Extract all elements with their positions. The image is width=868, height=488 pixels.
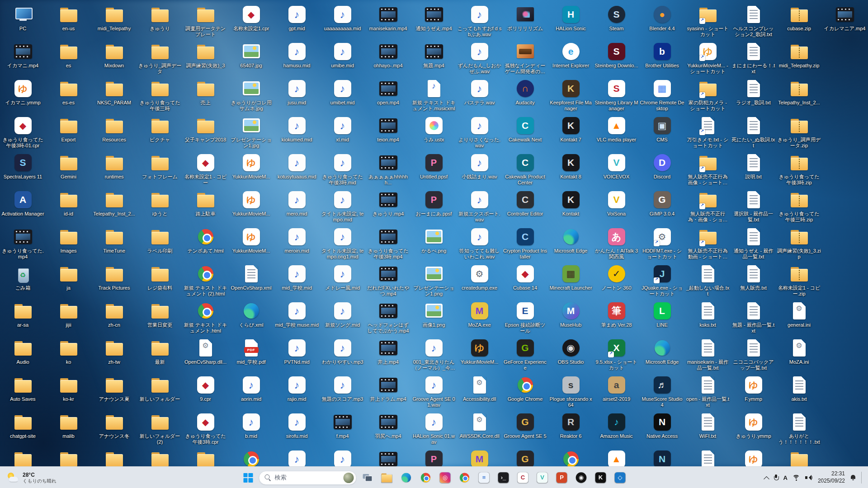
- desktop-icon[interactable]: aairset2-2019: [594, 374, 639, 411]
- desktop-icon[interactable]: syasinn - ショートカット: [685, 4, 731, 41]
- desktop-icon[interactable]: あぁぁぁぁhhhhhh...: [365, 152, 411, 189]
- desktop-icon[interactable]: 売上: [183, 78, 228, 115]
- desktop-icon[interactable]: bBrother Utilities: [639, 41, 685, 78]
- desktop-icon[interactable]: YukkuriMovieM...: [228, 189, 274, 226]
- desktop-icon[interactable]: ar-sa: [0, 300, 46, 337]
- desktop-icon[interactable]: Accessibility.dll: [457, 374, 502, 411]
- desktop-icon[interactable]: aorin.mid: [228, 374, 274, 411]
- desktop-icon[interactable]: kotusytuaaus.mid: [274, 152, 320, 189]
- desktop-icon[interactable]: おーまにあ.ppsf: [411, 189, 457, 226]
- desktop-icon[interactable]: ポリリリリズム: [502, 4, 548, 41]
- taskbar-cubase-button[interactable]: C: [514, 469, 532, 487]
- desktop-icon[interactable]: en-us: [46, 4, 91, 41]
- desktop-icon[interactable]: 新しいフォルダー: [137, 374, 183, 411]
- desktop-icon[interactable]: かるべ.png: [411, 226, 457, 263]
- desktop-icon[interactable]: eInternet Explorer: [548, 41, 594, 78]
- desktop-icon[interactable]: mid_学校.pdf: [228, 337, 274, 374]
- taskbar-google-chrome-button[interactable]: [417, 469, 435, 487]
- desktop-icon[interactable]: HDDFMT.exe - ショートカット: [639, 226, 685, 263]
- desktop-icon[interactable]: ラジオ_歌詞.txt: [731, 78, 776, 115]
- desktop-icon[interactable]: zh-cn: [91, 300, 137, 337]
- desktop-icon[interactable]: 死にたい_ぬ歌詞.txt: [731, 115, 776, 152]
- tray-overflow-chevron-icon[interactable]: [764, 476, 769, 482]
- notifications-icon[interactable]: [850, 474, 856, 481]
- desktop-icon[interactable]: open.mp4: [365, 78, 411, 115]
- taskbar-file-explorer-button[interactable]: [378, 469, 396, 487]
- desktop-icon[interactable]: 答知ってても難しいわこれ.wav: [457, 226, 502, 263]
- desktop-icon[interactable]: HHALion Sonic: [548, 4, 594, 41]
- desktop-icon[interactable]: イカマニ.ymmp: [0, 78, 46, 115]
- desktop-icon[interactable]: タイトル未設定, tempo.mid: [320, 189, 365, 226]
- desktop-icon[interactable]: [776, 448, 822, 466]
- show-desktop-button[interactable]: [861, 472, 863, 483]
- desktop-icon[interactable]: id-id: [46, 189, 91, 226]
- desktop-icon[interactable]: 無人販売.txt: [731, 263, 776, 300]
- desktop-icon[interactable]: KKontakt 7: [548, 115, 594, 152]
- desktop-icon[interactable]: SSteinberg Downlo...: [594, 41, 639, 78]
- desktop-icon[interactable]: VVoiSona: [594, 189, 639, 226]
- desktop-icon[interactable]: f.mp4: [320, 411, 365, 448]
- taskbar-task-view-button[interactable]: [359, 469, 377, 487]
- desktop-icon[interactable]: X9.5.xlsx - ショートカット: [594, 337, 639, 374]
- desktop-icon[interactable]: umibet.mid: [320, 78, 365, 115]
- desktop-icon[interactable]: midi_Telepathy: [91, 4, 137, 41]
- desktop-icon[interactable]: うみ.ustx: [411, 115, 457, 152]
- desktop-icon[interactable]: SSteinberg Library Manager: [594, 78, 639, 115]
- taskbar-microsoft-edge-button[interactable]: [397, 469, 415, 487]
- desktop-icon[interactable]: HALion Sonic 01.wav: [411, 411, 457, 448]
- desktop-icon[interactable]: kiokumed.mid: [274, 115, 320, 152]
- desktop-icon[interactable]: テンポあて.html: [183, 226, 228, 263]
- desktop-icon[interactable]: uaaaaaaaaa.mid: [320, 4, 365, 41]
- desktop-icon[interactable]: 新しいフォルダー (2): [137, 411, 183, 448]
- desktop-icon[interactable]: [183, 448, 228, 466]
- search-box[interactable]: 検索: [259, 471, 357, 485]
- desktop-icon[interactable]: _起動しない場合.txt: [685, 263, 731, 300]
- taskbar-chrome-profile-2-button[interactable]: [456, 469, 474, 487]
- desktop-icon[interactable]: きゅうり.mp4: [365, 189, 411, 226]
- clock[interactable]: 22:31 2025/09/22: [818, 470, 845, 484]
- desktop-icon[interactable]: akis.txt: [776, 374, 822, 411]
- desktop-icon[interactable]: PC: [0, 4, 46, 41]
- desktop-icon[interactable]: OpenCvSharp.xml: [228, 263, 274, 300]
- desktop-icon[interactable]: mero.mid: [274, 189, 320, 226]
- desktop-icon[interactable]: プレゼンテーション1.png: [411, 263, 457, 300]
- desktop-icon[interactable]: ko: [46, 337, 91, 374]
- desktop-icon[interactable]: umibe.mid: [320, 41, 365, 78]
- desktop-icon[interactable]: きゅうり_調声用データ.zip: [776, 115, 822, 152]
- desktop-icon[interactable]: 通知うぜえ.mp4: [411, 4, 457, 41]
- desktop-icon[interactable]: 新規 テキスト ドキュメント.musicxml: [411, 78, 457, 115]
- desktop-icon[interactable]: ありがとう！！！！！！.txt: [776, 411, 822, 448]
- desktop-icon[interactable]: 小銭詰まり.wav: [457, 152, 502, 189]
- desktop-icon[interactable]: [320, 448, 365, 466]
- desktop-icon[interactable]: パステラ.wav: [457, 78, 502, 115]
- desktop-icon[interactable]: Gemini: [46, 152, 91, 189]
- desktop-icon[interactable]: CCakewalk Next: [502, 115, 548, 152]
- volume-icon[interactable]: [805, 474, 813, 481]
- taskbar-voicevox-button[interactable]: V: [533, 469, 552, 487]
- desktop-icon[interactable]: [91, 448, 137, 466]
- desktop-icon[interactable]: [731, 448, 776, 466]
- desktop-icon[interactable]: 通知うぜえ - 親作品一覧.txt: [731, 226, 776, 263]
- desktop-icon[interactable]: 路上駐車: [183, 189, 228, 226]
- desktop-icon[interactable]: きゅうり食ってた午後3時.mp4: [365, 226, 411, 263]
- desktop-icon[interactable]: ksks.txt: [685, 300, 731, 337]
- desktop-icon[interactable]: レジ袋有料: [137, 263, 183, 300]
- desktop-icon[interactable]: OpenCvSharp.dll...: [183, 337, 228, 374]
- desktop-icon[interactable]: manisekarin.mp4: [365, 4, 411, 41]
- desktop-icon[interactable]: Mixdown: [91, 41, 137, 78]
- desktop-icon[interactable]: 最新: [137, 337, 183, 374]
- desktop-icon[interactable]: teion.mp4: [365, 115, 411, 152]
- desktop-icon[interactable]: Resources: [91, 115, 137, 152]
- wifi-icon[interactable]: [793, 475, 800, 481]
- desktop-icon[interactable]: N: [639, 448, 685, 466]
- desktop-icon[interactable]: 井上.mp4: [365, 337, 411, 374]
- desktop-icon[interactable]: Export: [46, 115, 91, 152]
- desktop-icon[interactable]: general.ini: [776, 300, 822, 337]
- desktop-icon[interactable]: 無人販売不正行為動画 - ショートカット: [685, 226, 731, 263]
- desktop-icon[interactable]: ●Blender 4.4: [639, 4, 685, 41]
- desktop-icon[interactable]: 新規エクスポート.wav: [457, 189, 502, 226]
- desktop-icon[interactable]: F.ymmp: [731, 374, 776, 411]
- desktop-icon[interactable]: きゅうり食ってた午後3時.zip: [776, 152, 822, 189]
- desktop-icon[interactable]: G: [502, 448, 548, 466]
- desktop-icon[interactable]: ゆYukkuriMovieM...: [457, 337, 502, 374]
